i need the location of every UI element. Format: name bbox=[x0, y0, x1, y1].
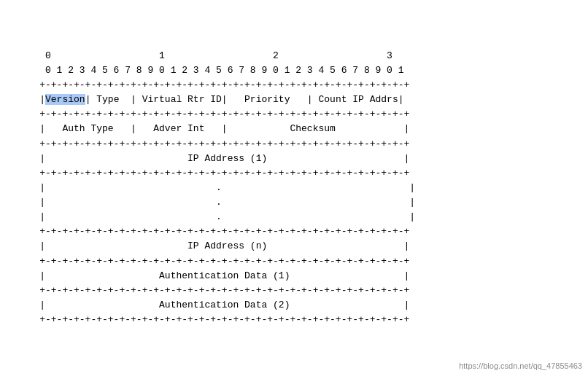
row-auth-data-1: | Authentication Data (1) | bbox=[17, 269, 571, 283]
row-fields-1: |Version| Type | Virtual Rtr ID| Priorit… bbox=[17, 93, 571, 107]
separator-5: +-+-+-+-+-+-+-+-+-+-+-+-+-+-+-+-+-+-+-+-… bbox=[17, 254, 571, 269]
row-ip-address-n: | IP Address (n) | bbox=[17, 239, 571, 254]
separator-4: +-+-+-+-+-+-+-+-+-+-+-+-+-+-+-+-+-+-+-+-… bbox=[17, 224, 571, 239]
row-ip-address-1: | IP Address (1) | bbox=[17, 152, 571, 166]
separator-3: +-+-+-+-+-+-+-+-+-+-+-+-+-+-+-+-+-+-+-+-… bbox=[17, 166, 571, 181]
row-fields-2: | Auth Type | Adver Int | Checksum | bbox=[17, 122, 571, 136]
separator-7: +-+-+-+-+-+-+-+-+-+-+-+-+-+-+-+-+-+-+-+-… bbox=[17, 313, 571, 327]
row-dot-3: | . | bbox=[17, 210, 571, 224]
row-dot-2: | . | bbox=[17, 195, 571, 210]
separator-1: +-+-+-+-+-+-+-+-+-+-+-+-+-+-+-+-+-+-+-+-… bbox=[17, 107, 571, 122]
ruler-bits: 0 1 2 3 4 5 6 7 8 9 0 1 2 3 4 5 6 7 8 9 … bbox=[17, 63, 571, 78]
watermark: https://blog.csdn.net/qq_47855463 bbox=[459, 361, 582, 370]
row-auth-data-2: | Authentication Data (2) | bbox=[17, 298, 571, 313]
separator-2: +-+-+-+-+-+-+-+-+-+-+-+-+-+-+-+-+-+-+-+-… bbox=[17, 137, 571, 152]
version-field: Version bbox=[45, 94, 85, 105]
packet-diagram: 0 1 2 3 0 1 2 3 4 5 6 7 8 9 0 1 2 3 4 5 … bbox=[17, 49, 571, 328]
row-dot-1: | . | bbox=[17, 181, 571, 195]
separator-0: +-+-+-+-+-+-+-+-+-+-+-+-+-+-+-+-+-+-+-+-… bbox=[17, 78, 571, 93]
ruler-top: 0 1 2 3 bbox=[17, 49, 571, 63]
separator-6: +-+-+-+-+-+-+-+-+-+-+-+-+-+-+-+-+-+-+-+-… bbox=[17, 283, 571, 298]
